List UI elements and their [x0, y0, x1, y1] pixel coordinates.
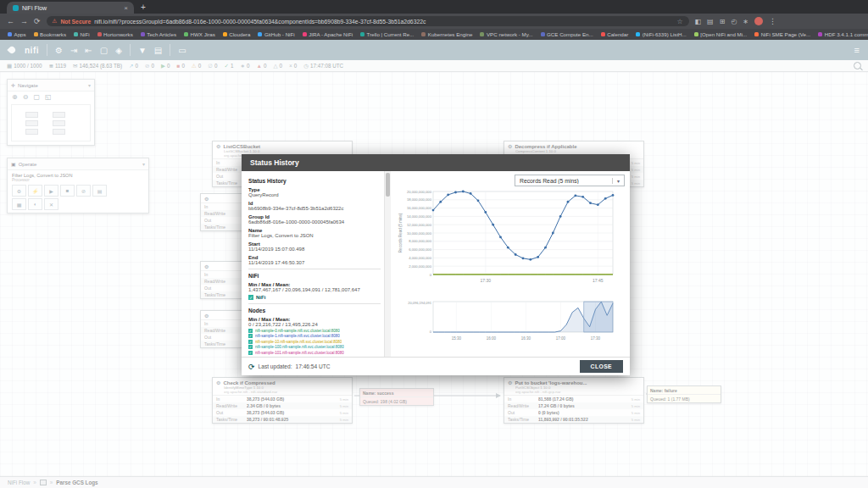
browser-menu-icon[interactable]: ⋮ — [769, 17, 776, 25]
bookmark-item[interactable]: HDF 3.4.1.1 commi... — [818, 31, 868, 37]
chart-column: Records Read (5 mins) ▾ Records Read (5 … — [391, 171, 630, 357]
node-name: nifi-sample-10.nifi-sample.nifi.svc.clus… — [255, 340, 342, 344]
dialog-footer: ⟳ Last updated: 17:46:54 UTC CLOSE — [242, 357, 630, 375]
node-series-checkbox[interactable]: ✓nifi-sample-0.nifi-sample.nifi.svc.clus… — [248, 329, 381, 333]
svg-text:10,000,000,000: 10,000,000,000 — [407, 231, 432, 236]
bookmark-item[interactable]: [Open NiFi and Mi... — [694, 31, 748, 37]
browser-toolbar: ← → ⟳ ⚠ Not Secure nifi.io/nifi/?process… — [0, 14, 868, 29]
bookmark-item[interactable]: Calendar — [601, 31, 629, 37]
status-history-details[interactable]: Status History TypeQueryRecordIdbb6908b9… — [242, 171, 384, 357]
detail-value: QueryRecord — [248, 192, 381, 197]
dialog-title: Status History — [250, 158, 299, 167]
overview-selection[interactable] — [584, 302, 613, 332]
nifi-section-title: NiFi — [248, 273, 381, 279]
checkbox-checked-icon[interactable]: ✓ — [248, 351, 253, 355]
detail-value: 11/14/2019 17:46:50.307 — [248, 260, 381, 265]
bookmark-favicon — [421, 32, 426, 36]
bookmark-item[interactable]: Trello | Current Re... — [360, 31, 414, 37]
node-name: nifi-sample-101.nifi-sample.nifi.svc.clu… — [255, 351, 344, 355]
details-scrollbar[interactable] — [384, 171, 391, 357]
svg-text:2,000,000,000: 2,000,000,000 — [409, 264, 431, 269]
refresh-icon[interactable]: ⟳ — [248, 363, 255, 371]
chevron-down-icon: ▾ — [612, 178, 624, 184]
browser-tab[interactable]: NiFi Flow × — [7, 2, 134, 14]
scrollbar-thumb[interactable] — [386, 173, 390, 197]
bookmark-item[interactable]: NiFi — [74, 31, 90, 37]
checkbox-checked-icon[interactable]: ✓ — [248, 345, 253, 349]
bookmark-favicon — [8, 32, 12, 36]
svg-text:20,000,000,000: 20,000,000,000 — [407, 190, 432, 194]
node-series-checkbox[interactable]: ✓nifi-sample-10.nifi-sample.nifi.svc.clu… — [248, 340, 381, 344]
bookmark-item[interactable]: HWX Jiras — [184, 31, 215, 37]
bookmarks-bar: AppsBookmarksNiFiHortonworksTech Article… — [0, 29, 868, 40]
metric-select[interactable]: Records Read (5 mins) ▾ — [515, 175, 625, 186]
svg-text:6,000,000,000: 6,000,000,000 — [409, 247, 431, 252]
svg-text:17:30: 17:30 — [481, 278, 492, 283]
svg-text:16:30: 16:30 — [521, 336, 531, 341]
bookmark-item[interactable]: Apps — [8, 31, 26, 37]
extension-icon[interactable]: ∗ — [743, 18, 748, 25]
detail-label: Group Id — [248, 214, 381, 219]
checkbox-checked-icon[interactable]: ✓ — [248, 295, 253, 300]
bookmark-star-icon[interactable]: ☆ — [676, 18, 682, 25]
detail-label: Type — [248, 187, 381, 192]
extension-icon[interactable]: ◧ — [695, 18, 702, 25]
extension-icon[interactable]: ▤ — [707, 18, 714, 25]
nifi-favicon — [13, 5, 19, 11]
back-icon[interactable]: ← — [7, 17, 14, 25]
last-updated-label: Last updated: — [259, 363, 292, 369]
bookmark-item[interactable]: Cloudera — [223, 31, 251, 37]
bookmark-item[interactable]: Tech Articles — [141, 31, 176, 37]
svg-text:4,000,000,000: 4,000,000,000 — [409, 256, 431, 260]
bookmark-item[interactable]: Bookmarks — [34, 31, 66, 37]
nifi-minmax-value: 1,437,467,167 / 20,096,194,091 / 12,781,… — [248, 287, 381, 292]
bookmark-item[interactable]: GCE Compute En... — [541, 31, 593, 37]
not-secure-label[interactable]: Not Secure — [60, 19, 91, 25]
last-updated-value: 17:46:54 UTC — [296, 363, 331, 369]
bookmark-favicon — [818, 32, 822, 36]
svg-text:17:45: 17:45 — [593, 278, 604, 283]
bookmark-item[interactable]: NiFi SME Page (Ve... — [754, 31, 810, 37]
status-history-overview-chart[interactable]: 20,096,194,091015:3016:0016:3017:0017:30 — [396, 298, 618, 349]
nodes-section-title: Nodes — [248, 308, 381, 313]
bookmark-favicon — [258, 32, 262, 36]
nifi-series-checkbox[interactable]: ✓ NiFi — [248, 295, 381, 300]
bookmark-favicon — [74, 32, 78, 36]
bookmark-favicon — [97, 32, 102, 36]
detail-value: 11/14/2019 15:07:00.498 — [248, 247, 381, 252]
node-series-checkbox[interactable]: ✓nifi-sample-101.nifi-sample.nifi.svc.cl… — [248, 351, 381, 355]
extension-icon[interactable]: ◴ — [731, 18, 737, 25]
bookmark-item[interactable]: Kubernetes Engine — [421, 31, 472, 37]
svg-text:Records Read (5 mins): Records Read (5 mins) — [398, 213, 403, 252]
checkbox-checked-icon[interactable]: ✓ — [248, 334, 253, 338]
status-history-chart[interactable]: Records Read (5 mins)02,000,000,0004,000… — [396, 186, 618, 295]
close-button[interactable]: CLOSE — [580, 360, 623, 373]
bookmark-item[interactable]: GitHub - NiFi — [258, 31, 294, 37]
checkbox-checked-icon[interactable]: ✓ — [248, 329, 253, 333]
node-name: nifi-sample-100.nifi-sample.nifi.svc.clu… — [255, 345, 344, 349]
nodes-minmax-value: 0 / 23,216,722 / 13,495,226.24 — [248, 322, 381, 327]
new-tab-button[interactable]: + — [141, 3, 146, 13]
metric-select-value: Records Read (5 mins) — [520, 178, 612, 184]
detail-value: 6adb86d8-016e-1000-0000-000045fa0634 — [248, 219, 381, 225]
bookmark-item[interactable]: Hortonworks — [97, 31, 133, 37]
detail-label: Start — [248, 241, 381, 247]
bookmark-item[interactable]: JIRA - Apache NiFi — [303, 31, 353, 37]
bookmark-item[interactable]: VPC network - My... — [480, 31, 532, 37]
bookmark-favicon — [141, 32, 145, 36]
detail-label: End — [248, 255, 381, 260]
details-rows: TypeQueryRecordIdbb6908b9-334e-37cf-8d55… — [248, 187, 381, 266]
svg-text:17:30: 17:30 — [591, 336, 601, 341]
tab-close-icon[interactable]: × — [124, 4, 128, 12]
profile-avatar[interactable] — [754, 17, 763, 25]
forward-icon[interactable]: → — [20, 17, 28, 25]
address-bar[interactable]: ⚠ Not Secure nifi.io/nifi/?processGroupI… — [47, 16, 689, 26]
reload-icon[interactable]: ⟳ — [34, 17, 41, 25]
svg-text:14,000,000,000: 14,000,000,000 — [407, 214, 432, 219]
url-text[interactable]: nifi.io/nifi/?processGroupId=6adb86d8-01… — [94, 19, 673, 25]
node-series-checkbox[interactable]: ✓nifi-sample-1.nifi-sample.nifi.svc.clus… — [248, 334, 381, 338]
extension-icon[interactable]: ⊞ — [720, 18, 726, 25]
bookmark-item[interactable]: (NiFi-6339) ListH... — [636, 31, 686, 37]
checkbox-checked-icon[interactable]: ✓ — [248, 340, 253, 344]
node-series-checkbox[interactable]: ✓nifi-sample-100.nifi-sample.nifi.svc.cl… — [248, 345, 381, 349]
